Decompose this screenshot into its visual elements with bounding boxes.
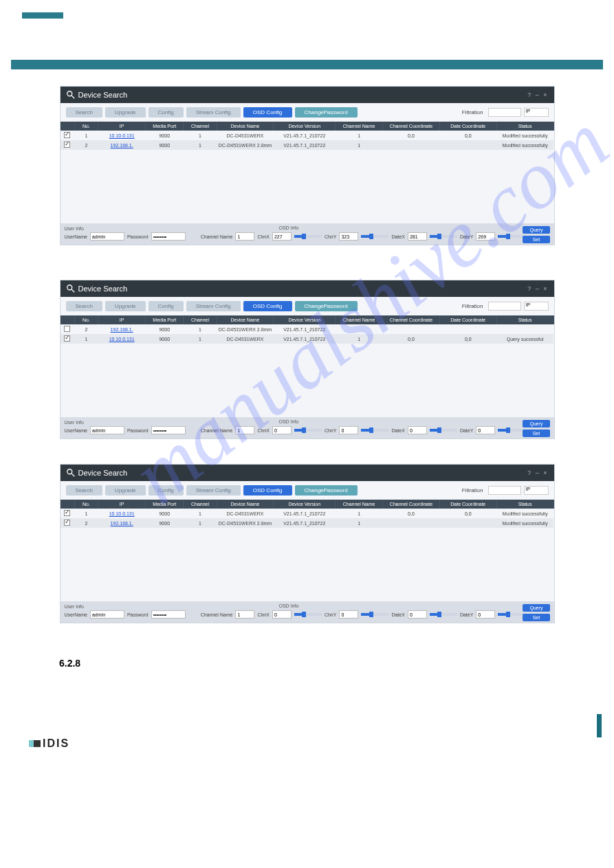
datey-input[interactable] [476,232,495,241]
window-title: Device Search [78,469,128,477]
search-button[interactable]: Search [66,107,102,118]
window-controls[interactable]: ? – × [527,285,548,292]
table-row[interactable]: 2 192.168.1. 9000 1 DC-D4531WERX 2.8mm V… [61,140,554,150]
upgrade-button[interactable]: Upgrade [105,485,146,496]
row-checkbox[interactable] [64,132,70,138]
ip-link[interactable]: 10.10.0.131 [109,133,135,138]
changepwd-button[interactable]: ChangePassword [295,107,358,118]
osd-config-button[interactable]: OSD Config [243,485,292,496]
table-row[interactable]: 2 192.168.1. 9000 1 DC-D4531WERX 2.8mm V… [61,518,554,528]
datey-slider[interactable] [498,429,525,432]
upgrade-button[interactable]: Upgrade [105,107,146,118]
window-title: Device Search [78,91,128,99]
username-input[interactable] [90,426,124,434]
filtration-input[interactable] [488,108,521,117]
filtration-select[interactable]: IP [524,108,549,117]
datex-input[interactable] [408,610,427,619]
chny-slider[interactable] [361,429,388,432]
username-input[interactable] [90,232,124,241]
chny-input[interactable] [339,232,358,241]
chname-label: Channel Name [201,428,233,433]
password-input[interactable] [151,610,186,619]
chname-input[interactable] [235,610,254,619]
row-checkbox[interactable] [64,335,70,342]
cell-ver: V21.45.7.1_210722 [274,334,336,344]
datey-input[interactable] [476,426,495,434]
stream-button[interactable]: Stream Config [186,107,241,118]
chnx-slider[interactable] [294,235,322,238]
chnx-slider[interactable] [294,429,322,432]
ip-link[interactable]: 10.10.0.131 [109,337,135,342]
filtration-input[interactable] [488,302,521,311]
changepwd-button[interactable]: ChangePassword [295,485,358,496]
row-checkbox[interactable] [64,142,70,148]
datex-input[interactable] [408,426,427,434]
username-input[interactable] [90,610,124,619]
osd-info-label: OSD Info [279,603,299,608]
row-checkbox[interactable] [64,326,70,332]
stream-button[interactable]: Stream Config [186,301,241,311]
table-row[interactable]: 1 10.10.0.131 9000 1 DC-D4531WERX V21.45… [61,131,554,140]
ip-link[interactable]: 10.10.0.131 [109,511,135,516]
window-controls[interactable]: ? – × [527,91,548,98]
set-button[interactable]: Set [523,236,549,243]
chnx-input[interactable] [272,232,292,241]
cell-ccoord: 0,0 [383,131,440,140]
osd-config-button[interactable]: OSD Config [243,301,292,311]
query-button[interactable]: Query [523,226,549,234]
datex-label: DateX [391,612,404,617]
datey-input[interactable] [476,610,495,619]
col-devname: Device Name [217,315,274,324]
row-checkbox[interactable] [64,520,70,526]
window-controls[interactable]: ? – × [527,469,548,476]
config-button[interactable]: Config [149,107,184,118]
device-table: No. IP Media Port Channel Device Name De… [61,500,554,528]
titlebar: Device Search ? – × [61,465,554,481]
cell-no: 1 [74,131,98,140]
stream-button[interactable]: Stream Config [186,485,241,496]
table-row[interactable]: 2 192.168.1. 9000 1 DC-D4531WERX 2.8mm V… [61,324,554,334]
chnx-slider[interactable] [294,613,322,616]
chname-input[interactable] [235,232,254,241]
password-input[interactable] [151,232,186,241]
set-button[interactable]: Set [523,430,549,437]
chny-input[interactable] [339,426,358,434]
datey-slider[interactable] [498,235,525,238]
table-row[interactable]: 1 10.10.0.131 9000 1 DC-D4531WERX V21.45… [61,334,554,344]
chnx-input[interactable] [272,610,292,619]
osd-config-button[interactable]: OSD Config [243,107,292,118]
filtration-select[interactable]: IP [524,486,549,495]
table-row[interactable]: 1 10.10.0.131 9000 1 DC-D4531WERX V21.45… [61,509,554,518]
changepwd-button[interactable]: ChangePassword [295,301,358,311]
chnx-input[interactable] [272,426,292,434]
ip-link[interactable]: 192.168.1. [111,521,133,526]
filtration-select[interactable]: IP [524,302,549,311]
config-button[interactable]: Config [149,485,184,496]
filtration-input[interactable] [488,486,521,495]
row-checkbox[interactable] [64,510,70,516]
cell-dcoord: 0,0 [439,334,496,344]
config-button[interactable]: Config [149,301,184,311]
username-label: UserName [65,428,87,433]
query-button[interactable]: Query [523,420,549,427]
datex-slider[interactable] [430,235,457,238]
search-icon [66,468,76,478]
chny-input[interactable] [339,610,358,619]
password-input[interactable] [151,426,186,434]
datey-slider[interactable] [498,613,525,616]
cell-port: 9000 [146,509,184,518]
search-button[interactable]: Search [66,485,102,496]
datex-slider[interactable] [430,613,457,616]
datex-input[interactable] [408,232,427,241]
datex-slider[interactable] [430,429,457,432]
ip-link[interactable]: 192.168.1. [111,143,133,148]
chname-input[interactable] [235,426,254,434]
col-ip: IP [98,500,146,509]
upgrade-button[interactable]: Upgrade [105,301,146,311]
search-button[interactable]: Search [66,301,102,311]
query-button[interactable]: Query [523,604,549,612]
chny-slider[interactable] [361,613,388,616]
set-button[interactable]: Set [523,614,549,621]
ip-link[interactable]: 192.168.1. [111,327,133,332]
chny-slider[interactable] [361,235,388,238]
